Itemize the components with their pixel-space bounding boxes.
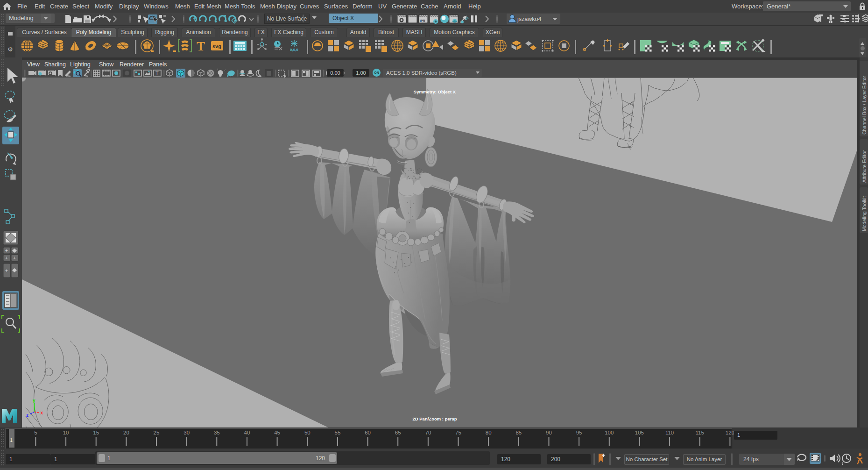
- svg-text:115: 115: [696, 430, 704, 435]
- svg-text:2D Pan/Zoom : persp: 2D Pan/Zoom : persp: [412, 416, 457, 421]
- svg-text:svg: svg: [212, 43, 221, 49]
- svg-text:+: +: [5, 268, 8, 273]
- svg-text:95: 95: [576, 430, 582, 435]
- svg-text:85: 85: [515, 430, 522, 435]
- svg-text:5: 5: [34, 430, 37, 435]
- svg-text:Symmetry: Object X: Symmetry: Object X: [414, 89, 456, 94]
- svg-text:z: z: [26, 413, 28, 418]
- svg-text:T: T: [155, 71, 159, 76]
- svg-text:100: 100: [605, 430, 614, 435]
- svg-text:0,0,0: 0,0,0: [290, 48, 298, 52]
- svg-text:60: 60: [365, 430, 371, 435]
- svg-text:25: 25: [154, 430, 160, 435]
- svg-text:50: 50: [304, 430, 311, 435]
- svg-text:+: +: [5, 256, 8, 261]
- svg-text:120: 120: [726, 430, 734, 435]
- svg-text:105: 105: [635, 430, 644, 435]
- svg-text:20: 20: [123, 430, 129, 435]
- svg-text:110: 110: [665, 430, 674, 435]
- svg-text:40: 40: [244, 430, 250, 435]
- svg-text:35: 35: [214, 430, 220, 435]
- svg-text:15: 15: [93, 430, 99, 435]
- svg-text:+: +: [13, 256, 16, 261]
- svg-text:x: x: [41, 410, 43, 415]
- svg-text:80: 80: [486, 430, 492, 435]
- svg-text:30: 30: [183, 430, 190, 435]
- svg-text:jszawko4: jszawko4: [517, 16, 541, 22]
- svg-text:IPR: IPR: [420, 19, 425, 22]
- svg-text:T: T: [197, 39, 205, 53]
- svg-text:+: +: [5, 248, 8, 253]
- svg-text:70: 70: [425, 430, 431, 435]
- svg-text:65: 65: [395, 430, 401, 435]
- svg-text:10: 10: [63, 430, 69, 435]
- svg-text:y: y: [33, 398, 35, 403]
- svg-text:90: 90: [546, 430, 552, 435]
- svg-text:55: 55: [335, 430, 341, 435]
- svg-text:75: 75: [455, 430, 461, 435]
- svg-text:45: 45: [274, 430, 280, 435]
